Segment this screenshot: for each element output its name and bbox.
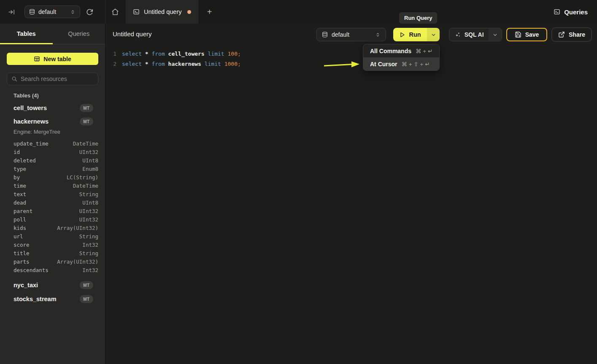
tab-queries[interactable]: Queries [53,24,105,44]
tab-label: Untitled query [144,8,181,15]
table-item-cell-towers[interactable]: cell_towers MT [0,103,105,113]
column-row: url String [0,232,105,240]
table-item-hackernews[interactable]: hackernews MT [0,116,105,127]
code-line[interactable]: 1select * from cell_towers limit 100; [105,49,597,59]
column-row: descendants Int32 [0,266,105,274]
tab-untitled-query[interactable]: Untitled query [125,0,199,24]
home-button[interactable] [105,0,125,24]
menu-item-shortcut: ⌘ + ↵ [416,48,432,54]
console-icon [133,8,140,15]
column-type: Enum8 [82,166,98,172]
table-grid-icon [34,56,40,62]
column-name: time [14,183,26,189]
query-title: Untitled query [113,30,152,38]
menu-item-at-cursor[interactable]: At Cursor⌘ + ⇧ + ↵ [363,57,439,70]
column-row: title String [0,249,105,257]
code-text: select * from cell_towers limit 100; [122,49,241,59]
sql-editor[interactable]: 1select * from cell_towers limit 100;2se… [105,46,597,364]
new-tab-button[interactable]: + [199,0,219,24]
refresh-icon [86,8,93,16]
share-button[interactable]: Share [552,28,592,41]
column-row: parts Array(UInt32) [0,257,105,266]
column-row: score Int32 [0,240,105,249]
column-type: Int32 [82,267,98,273]
run-options-button[interactable] [427,28,440,41]
tab-tables[interactable]: Tables [0,24,53,44]
column-name: update_time [14,140,49,147]
refresh-button[interactable] [83,5,96,19]
run-button-label: Run [409,31,421,38]
save-button[interactable]: Save [506,28,547,41]
sparkles-icon [454,31,461,38]
run-button[interactable]: Run [393,28,427,41]
column-row: by LC(String) [0,173,105,181]
chevron-updown-icon [375,32,381,38]
new-table-button[interactable]: New table [7,53,98,65]
column-type: String [79,250,98,256]
column-name: parent [14,208,32,214]
database-selector-top[interactable]: default [24,5,80,18]
column-row: deleted UInt8 [0,156,105,164]
engine-badge: MT [80,281,93,289]
column-name: poll [14,216,26,223]
sql-ai-button[interactable]: SQL AI [449,28,489,41]
run-query-tooltip: Run Query [399,12,437,24]
menu-item-label: At Cursor [370,61,397,67]
save-icon [515,31,521,38]
column-name: type [14,166,26,172]
unsaved-changes-dot [187,10,191,14]
collapse-sidebar-icon [8,8,15,16]
menu-item-shortcut: ⌘ + ⇧ + ↵ [402,61,430,67]
query-toolbar: Untitled query default Run [105,24,597,46]
engine-badge: MT [80,104,93,112]
column-type: DateTime [73,140,98,147]
database-icon [322,32,328,38]
code-lines: 1select * from cell_towers limit 100;2se… [105,49,597,69]
column-name: dead [14,200,26,206]
column-type: UInt32 [79,149,98,155]
queries-button-label: Queries [564,8,588,16]
column-type: LC(String) [67,174,98,181]
top-bar-left: default [0,0,105,24]
column-row: kids Array(UInt32) [0,224,105,232]
line-number: 2 [105,59,116,69]
share-icon [558,31,565,38]
collapse-sidebar-button[interactable] [4,5,19,19]
column-row: poll UInt32 [0,215,105,224]
engine-label: Engine: MergeTree [14,129,60,135]
top-bar: default Untitled query [0,0,597,24]
column-name: text [14,191,26,197]
code-line[interactable]: 2select * from hackernews limit 1000; [105,59,597,69]
database-selector[interactable]: default [316,28,386,41]
column-type: Array(UInt32) [57,259,98,265]
column-row: update_time DateTime [0,139,105,148]
chevron-down-icon [492,32,498,38]
search-input[interactable] [21,75,97,82]
run-split-button: Run [393,28,440,41]
column-row: parent UInt32 [0,207,105,215]
chevron-updown-icon [70,9,76,15]
queries-button[interactable]: Queries [554,5,588,19]
chevron-down-icon [431,32,436,38]
column-name: descendants [14,267,49,273]
column-row: id UInt32 [0,148,105,156]
column-type: String [79,233,98,240]
column-row: dead UInt8 [0,198,105,207]
menu-item-all-commands[interactable]: All Commands⌘ + ↵ [363,44,439,57]
engine-badge: MT [80,295,93,303]
column-name: deleted [14,157,36,164]
column-type: UInt32 [79,208,98,214]
search-box [7,73,98,85]
column-type: String [79,191,98,197]
column-name: kids [14,225,26,231]
column-row: type Enum8 [0,164,105,173]
sql-ai-label: SQL AI [465,31,484,38]
new-table-label: New table [43,56,71,62]
column-type: Int32 [82,242,98,248]
database-icon [29,9,35,15]
column-type: DateTime [73,183,98,189]
sql-ai-options-button[interactable] [489,28,502,41]
table-item-stocks-stream[interactable]: stocks_stream MT [0,294,105,304]
column-name: by [14,174,20,181]
table-item-nyc-taxi[interactable]: nyc_taxi MT [0,280,105,290]
